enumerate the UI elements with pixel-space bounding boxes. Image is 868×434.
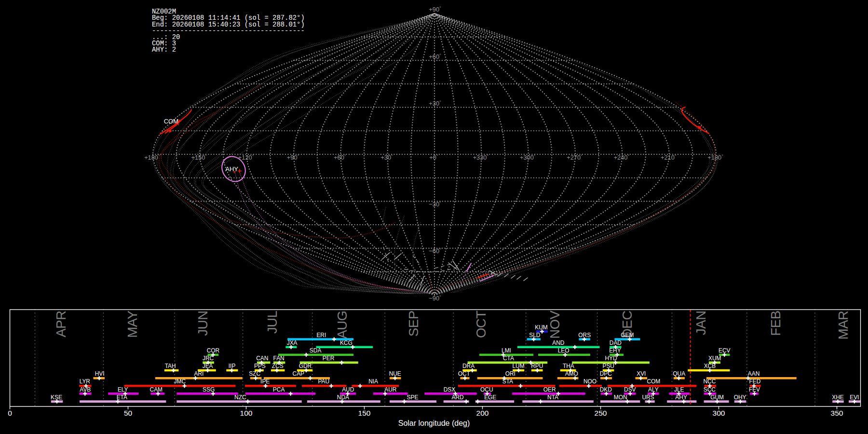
svg-text:GEM: GEM xyxy=(621,332,634,339)
svg-text:AHY: AHY xyxy=(225,165,238,173)
svg-text:100: 100 xyxy=(240,409,253,417)
svg-text:+240°: +240° xyxy=(614,154,630,161)
svg-text:NTA: NTA xyxy=(547,394,558,401)
svg-text:CTA: CTA xyxy=(503,355,514,362)
svg-text:KCG: KCG xyxy=(340,339,353,346)
svg-text:MON: MON xyxy=(614,394,627,401)
svg-text:SPE: SPE xyxy=(407,394,419,401)
svg-text:ARD: ARD xyxy=(452,394,464,401)
svg-text:ZCS: ZCS xyxy=(272,363,284,369)
svg-text:Solar longitude (deg): Solar longitude (deg) xyxy=(398,419,470,427)
svg-text:AHY: 2: AHY: 2 xyxy=(152,46,176,54)
svg-text:MAR: MAR xyxy=(836,311,851,340)
svg-text:MAY: MAY xyxy=(125,311,140,338)
svg-text:CAP: CAP xyxy=(293,370,305,377)
svg-text:COM: COM xyxy=(647,378,660,385)
svg-text:AUR: AUR xyxy=(384,386,397,393)
svg-text:OCT: OCT xyxy=(474,311,488,338)
svg-text:ORI: ORI xyxy=(505,370,515,377)
svg-text:NZC: NZC xyxy=(234,394,246,401)
svg-text:50: 50 xyxy=(124,409,133,417)
svg-text:SZC: SZC xyxy=(249,370,260,377)
svg-text:LYR: LYR xyxy=(80,378,91,385)
svg-text:EGE: EGE xyxy=(484,394,496,401)
svg-text:JXA: JXA xyxy=(287,339,298,346)
svg-text:SEP: SEP xyxy=(406,311,421,337)
svg-text:GDR: GDR xyxy=(299,363,312,369)
svg-text:AND: AND xyxy=(552,339,565,346)
svg-text:URS: URS xyxy=(642,394,654,401)
svg-text:JAN: JAN xyxy=(693,311,708,335)
svg-text:OCT: OCT xyxy=(458,370,470,377)
svg-text:FEB: FEB xyxy=(768,311,783,336)
svg-text:200: 200 xyxy=(476,409,489,417)
svg-text:+330°: +330° xyxy=(473,154,489,161)
svg-text:TAH: TAH xyxy=(165,363,176,369)
svg-text:KUM: KUM xyxy=(535,324,547,331)
svg-text:LEO: LEO xyxy=(558,347,570,354)
svg-text:0: 0 xyxy=(8,409,12,417)
svg-text:DSX: DSX xyxy=(444,386,456,393)
svg-text:COM: COM xyxy=(164,118,178,125)
svg-text:SDA: SDA xyxy=(310,347,322,354)
svg-text:ELY: ELY xyxy=(118,386,128,393)
svg-text:THA: THA xyxy=(563,363,574,369)
svg-text:300: 300 xyxy=(713,409,725,417)
svg-text:PCA: PCA xyxy=(273,386,285,393)
svg-text:JUN: JUN xyxy=(195,311,210,336)
svg-text:350: 350 xyxy=(831,409,843,417)
svg-text:SLD: SLD xyxy=(529,332,541,339)
svg-text:CAM: CAM xyxy=(150,386,163,393)
svg-text:AAN: AAN xyxy=(748,370,760,377)
svg-text:AUG: AUG xyxy=(335,311,350,339)
svg-text:250: 250 xyxy=(595,409,607,417)
svg-text:NOV: NOV xyxy=(547,310,562,339)
svg-text:ERI: ERI xyxy=(316,332,326,339)
svg-text:PER: PER xyxy=(323,355,335,362)
svg-text:JUL: JUL xyxy=(265,311,280,334)
svg-text:+300°: +300° xyxy=(520,154,536,161)
svg-text:CAN: CAN xyxy=(256,355,268,362)
svg-text:FED: FED xyxy=(749,378,761,385)
svg-text:+270°: +270° xyxy=(567,154,583,161)
svg-text:OER: OER xyxy=(543,386,556,393)
svg-text:AHY: AHY xyxy=(675,394,687,401)
svg-text:PAU: PAU xyxy=(318,378,329,385)
svg-text:150: 150 xyxy=(358,409,371,417)
svg-text:NOO: NOO xyxy=(583,378,597,385)
svg-text:APR: APR xyxy=(54,311,68,338)
svg-text:AMO: AMO xyxy=(565,370,578,377)
svg-text:+210°: +210° xyxy=(661,154,677,161)
svg-text:NIA: NIA xyxy=(368,378,378,385)
